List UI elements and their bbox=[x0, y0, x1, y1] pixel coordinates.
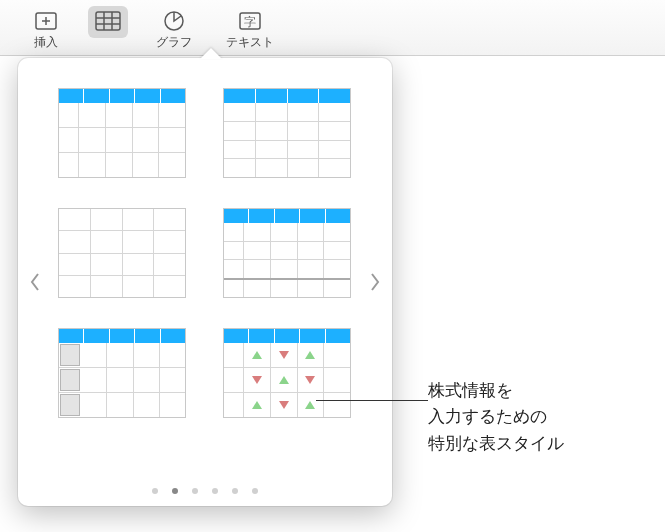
table-style-checklist[interactable] bbox=[58, 328, 186, 418]
page-indicator bbox=[18, 488, 392, 494]
table-styles-popover bbox=[18, 58, 392, 506]
page-dot-1[interactable] bbox=[152, 488, 158, 494]
text-label: テキスト bbox=[226, 34, 274, 51]
callout-line-3: 特別な表スタイル bbox=[428, 431, 564, 457]
table-style-header-even[interactable] bbox=[223, 88, 351, 178]
chart-label: グラフ bbox=[156, 34, 192, 51]
callout-text: 株式情報を 入力するための 特別な表スタイル bbox=[428, 378, 564, 457]
callout-line-2: 入力するための bbox=[428, 404, 564, 430]
chart-icon bbox=[160, 10, 188, 32]
table-style-stock[interactable] bbox=[223, 328, 351, 418]
insert-button[interactable]: 挿入 bbox=[26, 6, 66, 55]
page-dot-2[interactable] bbox=[172, 488, 178, 494]
callout-line-1: 株式情報を bbox=[428, 378, 564, 404]
page-dot-4[interactable] bbox=[212, 488, 218, 494]
insert-label: 挿入 bbox=[34, 34, 58, 51]
next-page-arrow[interactable] bbox=[364, 263, 386, 301]
callout-leader-line bbox=[316, 400, 428, 401]
table-icon bbox=[94, 10, 122, 32]
svg-text:字: 字 bbox=[244, 15, 256, 29]
page-dot-6[interactable] bbox=[252, 488, 258, 494]
table-style-plain[interactable] bbox=[58, 208, 186, 298]
insert-icon bbox=[32, 10, 60, 32]
text-icon: 字 bbox=[236, 10, 264, 32]
prev-page-arrow[interactable] bbox=[24, 263, 46, 301]
toolbar: 挿入 グラフ 字 テキスト bbox=[0, 0, 665, 56]
table-style-header-footer[interactable] bbox=[223, 208, 351, 298]
chart-button[interactable]: グラフ bbox=[150, 6, 198, 55]
svg-rect-3 bbox=[96, 12, 120, 30]
page-dot-3[interactable] bbox=[192, 488, 198, 494]
text-button[interactable]: 字 テキスト bbox=[220, 6, 280, 55]
table-style-header-narrow[interactable] bbox=[58, 88, 186, 178]
table-style-grid bbox=[58, 88, 352, 418]
table-button[interactable] bbox=[88, 6, 128, 38]
page-dot-5[interactable] bbox=[232, 488, 238, 494]
